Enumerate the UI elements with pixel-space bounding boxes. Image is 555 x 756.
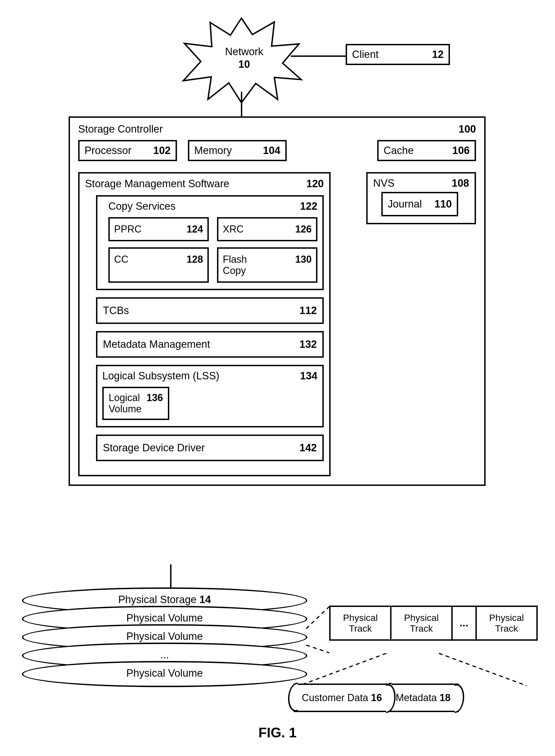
xrc-box: XRC 126 [217, 217, 317, 241]
logical-volume-num: 136 [146, 392, 163, 403]
sms-container: Storage Management Software 120 Copy Ser… [78, 172, 331, 476]
cache-label: Cache [384, 145, 447, 156]
nvs-container: NVS 108 Journal 110 [366, 172, 476, 224]
sms-label: Storage Management Software [85, 178, 229, 190]
tcbs-label: TCBs [103, 305, 294, 317]
cc-num: 128 [186, 254, 203, 265]
storage-driver-num: 142 [300, 442, 317, 454]
metadata-mgmt-box: Metadata Management 132 [96, 331, 324, 358]
flashcopy-num: 130 [295, 254, 312, 265]
data-scroll-row: Customer Data 16 Metadata 18 [294, 683, 459, 712]
metadata-label: Metadata [396, 692, 437, 703]
track-label: PhysicalTrack [489, 612, 524, 634]
flashcopy-box: FlashCopy 130 [217, 247, 317, 283]
flashcopy-label: FlashCopy [223, 254, 290, 276]
track-ellipsis: ... [453, 607, 477, 639]
client-box: Client 12 [346, 44, 450, 65]
tcbs-box: TCBs 112 [96, 297, 324, 324]
xrc-label: XRC [223, 224, 290, 235]
journal-num: 110 [435, 198, 452, 210]
cc-label: CC [114, 254, 181, 265]
journal-box: Journal 110 [381, 192, 458, 216]
storage-controller: Storage Controller 100 Processor 102 Mem… [69, 116, 485, 486]
network-label: Network [225, 46, 263, 57]
connector [170, 564, 171, 588]
track-cell: PhysicalTrack [391, 607, 453, 639]
network-num: 10 [186, 58, 302, 71]
memory-num: 104 [263, 145, 281, 156]
memory-box: Memory 104 [188, 140, 287, 161]
network-node: Network 10 [186, 16, 302, 99]
physical-volume: Physical Volume [22, 661, 307, 687]
metadata-mgmt-num: 132 [300, 339, 317, 350]
logical-volume-label: LogicalVolume [109, 392, 141, 415]
physical-track-row: PhysicalTrack PhysicalTrack ... Physical… [329, 605, 538, 641]
physical-storage-stack: Physical Storage 14 Physical Volume Phys… [22, 588, 307, 687]
lss-num: 134 [300, 370, 317, 382]
metadata-num: 18 [439, 692, 451, 703]
pprc-box: PPRC 124 [109, 217, 209, 241]
nvs-num: 108 [452, 177, 469, 189]
customer-data-num: 16 [371, 692, 382, 703]
pprc-label: PPRC [114, 224, 181, 235]
memory-label: Memory [194, 145, 258, 156]
sc-label: Storage Controller [78, 123, 163, 135]
cache-box: Cache 106 [377, 140, 476, 161]
customer-data-scroll: Customer Data 16 [294, 683, 390, 712]
figure-label: FIG. 1 [0, 725, 555, 741]
tcbs-num: 112 [300, 305, 317, 317]
logical-volume-box: LogicalVolume 136 [102, 387, 169, 420]
storage-label: Physical Storage [118, 594, 197, 605]
storage-driver-box: Storage Device Driver 142 [96, 435, 324, 461]
cache-num: 106 [453, 145, 470, 156]
storage-driver-label: Storage Device Driver [103, 442, 294, 454]
processor-box: Processor 102 [78, 140, 177, 161]
cs-label: Copy Services [109, 200, 176, 212]
metadata-mgmt-label: Metadata Management [103, 339, 294, 350]
connector [291, 55, 346, 57]
cc-box: CC 128 [109, 247, 209, 283]
nvs-label: NVS [373, 177, 394, 189]
svg-line-1 [306, 607, 329, 629]
processor-num: 102 [153, 145, 171, 156]
svg-line-4 [439, 653, 527, 686]
client-num: 12 [432, 49, 443, 61]
customer-data-label: Customer Data [302, 692, 368, 703]
sms-num: 120 [306, 178, 324, 190]
cs-num: 122 [300, 200, 317, 212]
journal-label: Journal [388, 198, 429, 210]
xrc-num: 126 [295, 224, 312, 235]
track-cell: PhysicalTrack [331, 607, 391, 639]
connector [241, 92, 242, 116]
track-cell: PhysicalTrack [477, 607, 536, 639]
track-label: PhysicalTrack [404, 612, 439, 634]
copy-services: Copy Services 122 PPRC 124 XRC 126 CC 12… [96, 195, 324, 290]
pprc-num: 124 [186, 224, 203, 235]
track-label: PhysicalTrack [343, 612, 378, 634]
storage-num: 14 [200, 594, 211, 605]
sc-num: 100 [459, 123, 476, 135]
processor-label: Processor [85, 145, 148, 156]
svg-line-3 [299, 653, 386, 686]
svg-line-2 [306, 645, 329, 653]
metadata-scroll: Metadata 18 [387, 683, 459, 712]
lss-label: Logical Subsystem (LSS) [102, 370, 219, 382]
client-label: Client [352, 49, 427, 61]
lss-container: Logical Subsystem (LSS) 134 LogicalVolum… [96, 365, 324, 427]
